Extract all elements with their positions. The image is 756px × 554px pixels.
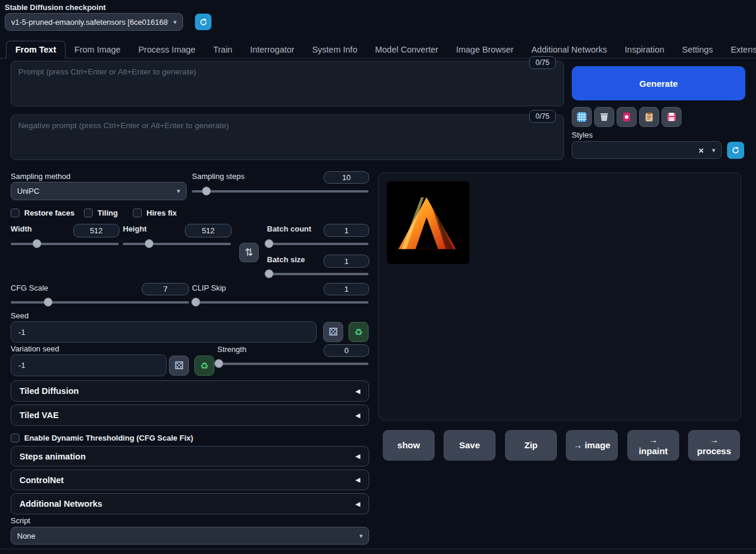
controlnet-accordion[interactable]: ControlNet ◀ <box>11 470 369 490</box>
styles-controls: × ▾ <box>699 145 715 155</box>
tiling-checkbox[interactable]: Tiling <box>84 208 118 217</box>
clip-skip-value[interactable]: 1 <box>324 283 369 295</box>
checkbox-icon[interactable] <box>84 208 93 217</box>
styles-select[interactable]: × ▾ <box>572 141 722 159</box>
paste-button[interactable] <box>639 107 659 127</box>
slider-track <box>11 243 119 245</box>
tab-bar: From Text From Image Process Image Train… <box>0 41 756 58</box>
send-to-image-button[interactable]: → image <box>566 430 618 461</box>
tab-inspiration[interactable]: Inspiration <box>616 41 673 58</box>
seed-input[interactable] <box>11 321 317 343</box>
tab-interrogator[interactable]: Interrogator <box>241 41 303 58</box>
tab-train[interactable]: Train <box>204 41 242 58</box>
tiled-vae-accordion[interactable]: Tiled VAE ◀ <box>11 405 369 426</box>
checkpoint-select[interactable]: v1-5-pruned-emaonly.safetensors [6ce0161… <box>5 13 183 31</box>
prompt-input[interactable] <box>11 61 564 106</box>
strength-slider[interactable] <box>216 359 369 368</box>
checkbox-icon[interactable] <box>11 434 19 442</box>
sampling-method-select[interactable]: UniPC ▾ <box>11 182 187 200</box>
batch-count-slider[interactable] <box>267 239 369 248</box>
hires-fix-label: Hires fix <box>146 208 177 217</box>
cfg-scale-slider[interactable] <box>11 298 189 307</box>
tab-image-browser[interactable]: Image Browser <box>447 41 523 58</box>
prompt-token-counter: 0/75 <box>529 56 556 69</box>
style-apply-button[interactable] <box>617 107 637 127</box>
tiled-diffusion-accordion[interactable]: Tiled Diffusion ◀ <box>11 380 369 402</box>
save-button[interactable]: Save <box>444 430 496 461</box>
extra-networks-button[interactable] <box>572 107 592 127</box>
batch-size-value[interactable]: 1 <box>324 255 369 268</box>
steps-animation-accordion[interactable]: Steps animation ◀ <box>11 446 369 467</box>
slider-handle[interactable] <box>44 298 53 307</box>
tab-settings[interactable]: Settings <box>673 41 722 58</box>
strength-value[interactable]: 0 <box>324 344 369 357</box>
sampling-steps-slider[interactable] <box>192 187 369 195</box>
clip-skip-slider[interactable] <box>192 298 369 307</box>
generate-button[interactable]: Generate <box>572 66 745 100</box>
show-button[interactable]: show <box>383 430 435 461</box>
extra-networks-icon <box>576 112 587 122</box>
save-style-button[interactable] <box>662 107 682 127</box>
negative-prompt-input[interactable] <box>11 115 564 160</box>
reuse-variation-seed-button[interactable]: ♻ <box>194 356 214 376</box>
tab-additional-networks[interactable]: Additional Networks <box>523 41 616 58</box>
script-select[interactable]: None ▾ <box>11 527 369 545</box>
collapse-icon: ◀ <box>356 412 360 419</box>
width-value[interactable]: 512 <box>73 224 119 237</box>
slider-handle[interactable] <box>191 298 200 307</box>
additional-networks-accordion[interactable]: Additional Networks ◀ <box>11 493 369 514</box>
reuse-seed-button[interactable]: ♻ <box>348 322 369 342</box>
clear-prompt-button[interactable] <box>594 107 614 127</box>
checkpoint-refresh-button[interactable] <box>195 14 211 30</box>
random-seed-button[interactable]: ⚄ <box>323 322 343 342</box>
restore-faces-label: Restore faces <box>24 208 74 217</box>
chevron-down-icon: ▾ <box>177 187 180 195</box>
checkbox-icon[interactable] <box>11 208 19 217</box>
batch-count-value[interactable]: 1 <box>324 224 369 237</box>
height-slider[interactable] <box>123 239 231 248</box>
tab-process-image[interactable]: Process Image <box>129 41 204 58</box>
send-to-inpaint-button[interactable]: → inpaint <box>627 430 679 461</box>
tab-system-info[interactable]: System Info <box>303 41 366 58</box>
width-slider[interactable] <box>11 239 119 248</box>
send-to-process-button[interactable]: → process <box>688 430 740 461</box>
slider-handle[interactable] <box>265 239 273 248</box>
tab-from-image[interactable]: From Image <box>66 41 129 58</box>
tab-from-text[interactable]: From Text <box>6 41 66 58</box>
checkpoint-value: v1-5-pruned-emaonly.safetensors [6ce0161… <box>11 18 168 27</box>
chevron-down-icon: ▾ <box>359 532 363 540</box>
tiling-label: Tiling <box>97 208 118 217</box>
sampling-steps-value[interactable]: 10 <box>324 171 369 184</box>
clear-styles-icon[interactable]: × <box>699 145 704 155</box>
seed-label: Seed <box>11 311 28 320</box>
variation-seed-input[interactable] <box>11 354 167 376</box>
sampling-method-value: UniPC <box>17 187 40 195</box>
floppy-icon <box>666 112 677 122</box>
slider-track <box>267 273 369 275</box>
slider-track <box>11 301 189 304</box>
tab-model-converter[interactable]: Model Converter <box>366 41 447 58</box>
accordion-title: Tiled VAE <box>19 410 58 420</box>
random-variation-seed-button[interactable]: ⚄ <box>169 356 189 376</box>
tab-extensions[interactable]: Extensions <box>722 41 756 58</box>
restore-faces-checkbox[interactable]: Restore faces <box>11 208 74 217</box>
slider-handle[interactable] <box>265 269 273 278</box>
batch-size-slider[interactable] <box>267 269 369 278</box>
height-value[interactable]: 512 <box>185 224 232 237</box>
dynamic-thresholding-checkbox[interactable]: Enable Dynamic Thresholding (CFG Scale F… <box>11 434 193 442</box>
slider-handle[interactable] <box>145 239 154 248</box>
swap-dimensions-button[interactable]: ⇅ <box>239 243 259 262</box>
slider-handle[interactable] <box>214 359 223 368</box>
checkbox-icon[interactable] <box>133 208 142 217</box>
cfg-scale-value[interactable]: 7 <box>142 283 189 295</box>
slider-handle[interactable] <box>202 187 211 195</box>
batch-count-label: Batch count <box>267 224 311 233</box>
generated-image-thumbnail[interactable] <box>387 181 470 264</box>
zip-button[interactable]: Zip <box>505 430 557 461</box>
footer-divider <box>0 549 756 549</box>
slider-track <box>192 301 369 304</box>
styles-refresh-button[interactable] <box>727 142 744 159</box>
trash-icon <box>599 112 610 122</box>
hires-fix-checkbox[interactable]: Hires fix <box>133 208 177 217</box>
slider-handle[interactable] <box>32 239 41 248</box>
